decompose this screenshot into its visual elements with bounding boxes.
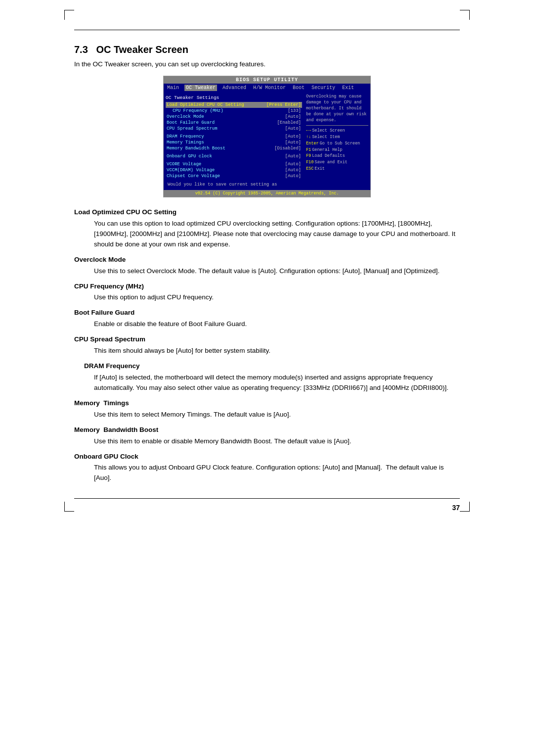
item-cpu-spread-desc: This item should always be [Auto] for be… [94,346,460,356]
bios-left-panel: OC Tweaker Settings Load Optimized CPU O… [166,94,302,188]
menu-security: Security [310,85,337,91]
bios-val-memory-timings: [Auto] [285,140,301,145]
bios-label-vcore: VCORE Voltage [167,162,201,167]
item-memory-bw-desc: Use this item to enable or disable Memor… [94,436,460,447]
bios-label-vccm: VCCM(DRAM) Voltage [167,168,215,173]
bios-key-ud: ↑↓ Select Item [306,134,368,141]
item-boot-failure-title: Boot Failure Guard [74,308,460,318]
bios-val-dram-freq: [Auto] [285,134,301,139]
corner-mark-bl [64,502,74,512]
bios-val-cpu-freq: [133] [288,108,301,113]
bios-row-memory-bw: Memory Bandwidth Boost [Disabled] [166,145,302,151]
item-cpu-spread-title: CPU Spread Spectrum [74,334,460,345]
section-number: 7.3 [74,44,88,55]
menu-main: Main [166,85,180,91]
bios-label-memory-timings: Memory Timings [167,140,204,145]
bios-key-f10: F10 Save and Exit [306,159,368,166]
bios-row-dram-freq: DRAM Frequency [Auto] [166,134,302,140]
item-overclock-mode-title: Overclock Mode [74,255,460,265]
bios-label-dram-freq: DRAM Frequency [167,134,204,139]
bios-row-onboard-gpu: Onboard GPU clock [Auto] [166,153,302,159]
bios-val-boot-failure: [Enabled] [277,120,301,125]
bios-key-lr: ←→ Select Screen [306,128,368,134]
bios-prompt: Would you like to save current setting a… [166,181,302,188]
bios-row-overclock-mode: Overclock Mode [Auto] [166,114,302,120]
item-onboard-gpu-desc: This allows you to adjust Onboard GPU Cl… [94,463,460,483]
section-heading: OC Tweaker Screen [96,44,188,55]
bios-right-divider [306,125,368,126]
corner-mark-tr [460,10,470,20]
content-body: Load Optimized CPU OC Setting You can us… [74,207,460,483]
bios-label-cpu-freq: CPU Frequency (MHz) [167,108,223,113]
item-dram-freq-title: DRAM Frequency [74,361,460,372]
bios-val-vcore: [Auto] [285,162,301,167]
bios-row-vccm: VCCM(DRAM) Voltage [Auto] [166,167,302,173]
bios-right-panel: Overclocking may cause damage to your CP… [304,94,368,188]
bios-val-load-optimized: [Press Enter] [267,102,301,107]
bios-screenshot: BIOS SETUP UTILITY Main OC Tweaker Advan… [163,76,371,197]
top-rule [74,30,460,30]
bios-title-bar: BIOS SETUP UTILITY [164,76,370,84]
menu-exit: Exit [341,85,356,91]
corner-mark-tl [64,10,74,20]
item-memory-timings-desc: Use this item to select Memory Timings. … [94,410,460,420]
intro-text: In the OC Tweaker screen, you can set up… [74,60,460,68]
bottom-rule [74,498,460,499]
bios-row-boot-failure: Boot Failure Guard [Enabled] [166,120,302,126]
bios-key-f1: F1 General Help [306,147,368,153]
bios-val-memory-bw: [Disabled] [274,146,301,151]
bios-key-enter: Enter Go to Sub Screen [306,141,368,147]
bios-label-memory-bw: Memory Bandwidth Boost [167,146,225,151]
bios-settings-label: OC Tweaker Settings [166,95,302,100]
bios-label-cpu-spread: CPU Spread Spectrum [167,126,218,131]
item-load-optimized-title: Load Optimized CPU OC Setting [74,207,460,218]
bios-row-cpu-spread: CPU Spread Spectrum [Auto] [166,126,302,132]
bios-label-onboard-gpu: Onboard GPU clock [167,154,212,159]
bios-key-esc: ESC Exit [306,166,368,172]
bios-val-overclock-mode: [Auto] [285,114,301,119]
bios-row-vcore: VCORE Voltage [Auto] [166,161,302,167]
corner-mark-br [460,502,470,512]
bios-key-f9: F9 Load Defaults [306,153,368,159]
item-memory-bw-title: Memory Bandwidth Boost [74,425,460,435]
bios-val-cpu-spread: [Auto] [285,126,301,131]
bios-footer: v02.54 (C) Copyright 1985-2005, American… [164,190,370,197]
bios-val-onboard-gpu: [Auto] [285,154,301,159]
bios-row-chipset-voltage: Chipset Core Voltage [Auto] [166,173,302,179]
bios-label-overclock-mode: Overclock Mode [167,114,204,119]
bios-row-cpu-freq: CPU Frequency (MHz) [133] [166,108,302,114]
bios-label-boot-failure: Boot Failure Guard [167,120,215,125]
bios-menu-bar: Main OC Tweaker Advanced H/W Monitor Boo… [164,84,370,92]
item-memory-timings-title: Memory Timings [74,398,460,409]
bios-label-load-optimized: Load Optimized CPU OC Setting [167,102,244,107]
bios-row-load-optimized: Load Optimized CPU OC Setting [Press Ent… [166,102,302,108]
bios-body: OC Tweaker Settings Load Optimized CPU O… [164,92,370,190]
item-cpu-freq-title: CPU Frequency (MHz) [74,282,460,292]
menu-boot: Boot [291,85,306,91]
item-cpu-freq-desc: Use this option to adjust CPU frequency. [94,292,460,303]
section-title: 7.3 OC Tweaker Screen [74,44,460,55]
item-onboard-gpu-title: Onboard GPU Clock [74,452,460,462]
menu-advanced: Advanced [221,85,248,91]
bios-val-chipset-voltage: [Auto] [285,174,301,179]
page-number: 37 [74,504,460,512]
bios-label-chipset-voltage: Chipset Core Voltage [167,174,220,179]
item-load-optimized-desc: You can use this option to load optimize… [94,219,460,250]
item-overclock-mode-desc: Use this to select Overclock Mode. The d… [94,266,460,277]
bios-row-memory-timings: Memory Timings [Auto] [166,140,302,145]
bios-val-vccm: [Auto] [285,168,301,173]
menu-oc-tweaker: OC Tweaker [184,85,217,91]
item-dram-freq-desc: If [Auto] is selected, the motherboard w… [94,373,460,393]
bios-help-text: Overclocking may cause damage to your CP… [306,94,368,123]
item-boot-failure-desc: Enable or disable the feature of Boot Fa… [94,319,460,330]
menu-hw-monitor: H/W Monitor [252,85,287,91]
